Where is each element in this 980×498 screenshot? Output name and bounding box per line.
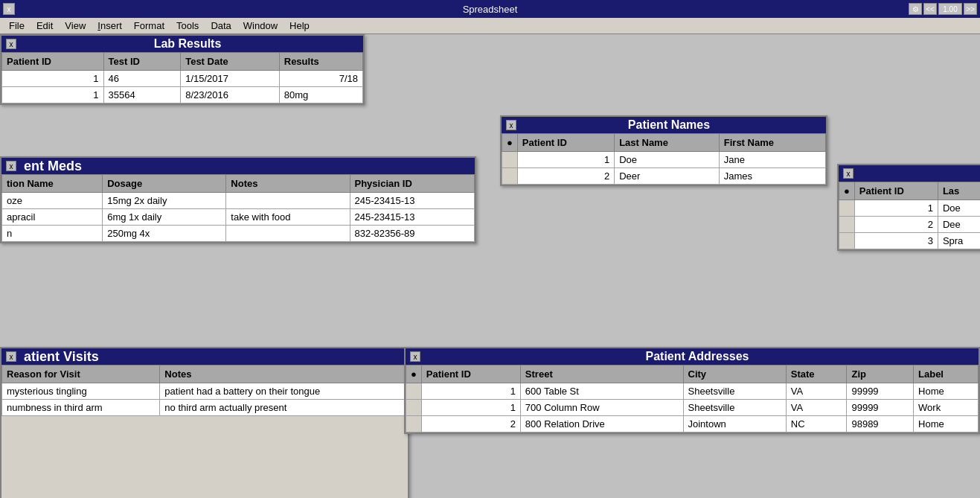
- cell[interactable]: no third arm actually present: [160, 400, 408, 416]
- current-meds-close[interactable]: x: [6, 161, 16, 171]
- cell[interactable]: 245-23415-13: [350, 193, 475, 209]
- cell[interactable]: James: [719, 168, 825, 185]
- menu-window[interactable]: Window: [237, 19, 284, 33]
- col-reason: Reason for Visit: [2, 365, 160, 383]
- cell[interactable]: 245-23415-13: [350, 209, 475, 226]
- app-close-button[interactable]: x: [3, 3, 15, 15]
- menu-format[interactable]: Format: [128, 19, 170, 33]
- row-selector[interactable]: [839, 233, 855, 249]
- cell[interactable]: 700 Column Row: [520, 400, 683, 416]
- cell[interactable]: Spra: [938, 233, 980, 249]
- row-selector[interactable]: [406, 383, 422, 400]
- table-row: oze 15mg 2x daily 245-23415-13: [2, 193, 475, 209]
- patient-addresses-title: Patient Addresses: [420, 350, 974, 363]
- cell[interactable]: Jointown: [683, 416, 786, 432]
- cell[interactable]: 99999: [847, 383, 914, 400]
- menu-data[interactable]: Data: [205, 19, 237, 33]
- cell[interactable]: VA: [786, 383, 847, 400]
- row-selector[interactable]: [839, 200, 855, 217]
- cell[interactable]: 1: [2, 87, 104, 103]
- cell[interactable]: 2: [854, 217, 938, 233]
- cell[interactable]: Home: [914, 383, 979, 400]
- cell[interactable]: 15mg 2x daily: [103, 193, 226, 209]
- cell[interactable]: 80mg: [279, 87, 362, 103]
- cell[interactable]: 832-82356-89: [350, 226, 475, 242]
- cell[interactable]: NC: [786, 416, 847, 432]
- bullet-col: ●: [839, 182, 855, 200]
- cell[interactable]: Sheetsville: [683, 400, 786, 416]
- menu-edit[interactable]: Edit: [31, 19, 59, 33]
- patient-visits-titlebar[interactable]: x atient Visits: [1, 348, 408, 365]
- cell[interactable]: 1: [421, 400, 520, 416]
- row-selector[interactable]: [839, 217, 855, 233]
- cell[interactable]: 250mg 4x: [103, 226, 226, 242]
- cell[interactable]: mysterious tingling: [2, 383, 160, 400]
- cell[interactable]: 8/23/2016: [181, 87, 280, 103]
- lab-results-titlebar[interactable]: x Lab Results: [1, 36, 363, 52]
- cell[interactable]: take with food: [226, 209, 350, 226]
- cell[interactable]: oze: [2, 193, 103, 209]
- cell[interactable]: 46: [103, 71, 181, 87]
- cell[interactable]: 35564: [103, 87, 181, 103]
- forward-button[interactable]: >>: [964, 3, 977, 15]
- row-selector[interactable]: [406, 416, 422, 432]
- patient-names-titlebar[interactable]: x Patient Names: [502, 117, 826, 133]
- table-row: 2 800 Relation Drive Jointown NC 98989 H…: [406, 416, 979, 432]
- cell[interactable]: Doe: [615, 152, 720, 168]
- cell[interactable]: VA: [786, 400, 847, 416]
- back-button[interactable]: <<: [923, 3, 937, 15]
- cell[interactable]: 1: [421, 383, 520, 400]
- row-selector[interactable]: [502, 168, 518, 185]
- cell[interactable]: 98989: [847, 416, 914, 432]
- cell[interactable]: 2: [421, 416, 520, 432]
- cell[interactable]: 1: [2, 71, 104, 87]
- row-selector[interactable]: [502, 152, 518, 168]
- col-test-date: Test Date: [181, 53, 280, 71]
- cell[interactable]: apracil: [2, 209, 103, 226]
- patient-addresses-close[interactable]: x: [410, 351, 420, 362]
- cell[interactable]: 99999: [847, 400, 914, 416]
- cell[interactable]: 1: [854, 200, 938, 217]
- menu-insert[interactable]: Insert: [92, 19, 128, 33]
- cell[interactable]: numbness in third arm: [2, 400, 160, 416]
- cell[interactable]: Deer: [615, 168, 720, 185]
- row-selector[interactable]: [406, 400, 422, 416]
- cell[interactable]: Doe: [938, 200, 980, 217]
- cell[interactable]: 800 Relation Drive: [520, 416, 683, 432]
- cell[interactable]: Work: [914, 400, 979, 416]
- current-meds-titlebar[interactable]: x ent Meds: [1, 158, 475, 174]
- patient-names-2-close[interactable]: x: [843, 168, 854, 179]
- cell[interactable]: 7/18: [279, 71, 362, 87]
- patient-names-close[interactable]: x: [506, 120, 516, 130]
- cell[interactable]: Jane: [719, 152, 825, 168]
- col-last-name: Las: [938, 182, 980, 200]
- cell[interactable]: Sheetsville: [683, 383, 786, 400]
- col-patient-id: Patient ID: [854, 182, 938, 200]
- cell[interactable]: Dee: [938, 217, 980, 233]
- patient-names-2-table: ● Patient ID Las 1 Doe 2 Dee 3 Spra: [839, 182, 980, 249]
- cell[interactable]: Home: [914, 416, 979, 432]
- cell[interactable]: 1/15/2017: [181, 71, 280, 87]
- cell[interactable]: patient had a battery on their tongue: [160, 383, 408, 400]
- patient-addresses-panel: x Patient Addresses ● Patient ID Street …: [404, 347, 980, 434]
- cell[interactable]: n: [2, 226, 103, 242]
- cell[interactable]: [226, 226, 350, 242]
- menu-file[interactable]: File: [3, 19, 31, 33]
- menu-view[interactable]: View: [59, 19, 92, 33]
- current-meds-title: ent Meds: [16, 159, 470, 174]
- patient-visits-close[interactable]: x: [6, 351, 16, 362]
- cell[interactable]: 2: [517, 168, 614, 185]
- cell[interactable]: 6mg 1x daily: [103, 209, 226, 226]
- cell[interactable]: 1: [517, 152, 614, 168]
- patient-names-2-titlebar[interactable]: x: [839, 165, 980, 182]
- col-dosage: Dosage: [103, 175, 226, 193]
- menu-help[interactable]: Help: [284, 19, 316, 33]
- cell[interactable]: 600 Table St: [520, 383, 683, 400]
- menu-tools[interactable]: Tools: [170, 19, 205, 33]
- gear-icon[interactable]: ⚙: [909, 3, 922, 15]
- cell[interactable]: 3: [854, 233, 938, 249]
- col-first-name: First Name: [719, 134, 825, 152]
- cell[interactable]: [226, 193, 350, 209]
- lab-results-close[interactable]: x: [6, 39, 16, 49]
- patient-addresses-titlebar[interactable]: x Patient Addresses: [406, 348, 979, 365]
